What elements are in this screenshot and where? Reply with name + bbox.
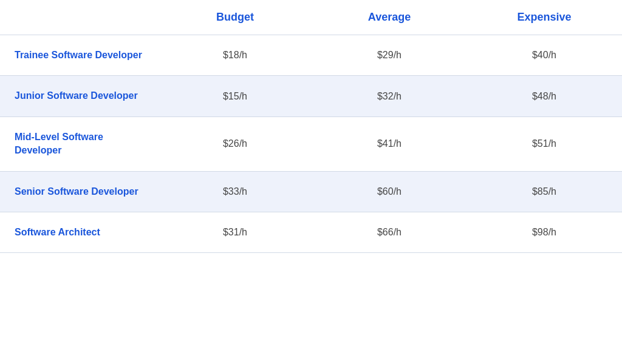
- table-row: Junior Software Developer$15/h$32/h$48/h: [0, 76, 622, 116]
- cell-average: $29/h: [312, 35, 466, 76]
- cell-budget: $31/h: [158, 212, 312, 252]
- header-average: Average: [312, 0, 466, 35]
- table-row: Senior Software Developer$33/h$60/h$85/h: [0, 171, 622, 212]
- header-role: [0, 0, 158, 35]
- cell-budget: $15/h: [158, 76, 312, 116]
- cell-role: Junior Software Developer: [0, 76, 158, 116]
- header-expensive: Expensive: [466, 0, 622, 35]
- cell-expensive: $48/h: [466, 76, 622, 116]
- table-header-row: Budget Average Expensive: [0, 0, 622, 35]
- cell-expensive: $85/h: [466, 171, 622, 212]
- cell-role: Mid-Level Software Developer: [0, 116, 158, 171]
- pricing-table: Budget Average Expensive Trainee Softwar…: [0, 0, 622, 253]
- cell-budget: $33/h: [158, 171, 312, 212]
- table-row: Trainee Software Developer$18/h$29/h$40/…: [0, 35, 622, 76]
- cell-role: Senior Software Developer: [0, 171, 158, 212]
- cell-expensive: $40/h: [466, 35, 622, 76]
- cell-budget: $26/h: [158, 116, 312, 171]
- cell-budget: $18/h: [158, 35, 312, 76]
- cell-role: Trainee Software Developer: [0, 35, 158, 76]
- cell-expensive: $51/h: [466, 116, 622, 171]
- cell-average: $32/h: [312, 76, 466, 116]
- cell-role: Software Architect: [0, 212, 158, 252]
- table-row: Mid-Level Software Developer$26/h$41/h$5…: [0, 116, 622, 171]
- header-budget: Budget: [158, 0, 312, 35]
- table-row: Software Architect$31/h$66/h$98/h: [0, 212, 622, 252]
- cell-expensive: $98/h: [466, 212, 622, 252]
- pricing-table-container: Budget Average Expensive Trainee Softwar…: [0, 0, 622, 364]
- cell-average: $41/h: [312, 116, 466, 171]
- cell-average: $66/h: [312, 212, 466, 252]
- cell-average: $60/h: [312, 171, 466, 212]
